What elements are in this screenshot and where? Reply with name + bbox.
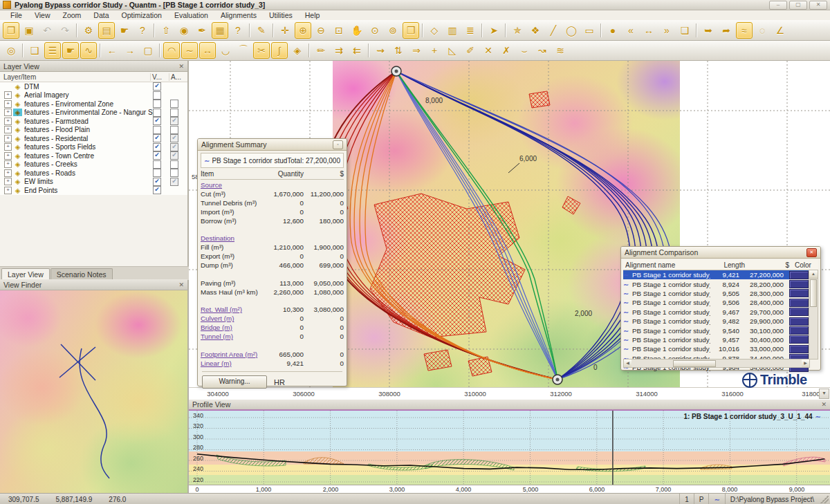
col-active[interactable]: A...: [169, 73, 187, 81]
expand-icon[interactable]: +: [4, 126, 12, 133]
seed-alignment[interactable]: ✒: [194, 22, 210, 39]
col-alignment-name[interactable]: Alignment name: [623, 261, 716, 269]
fit-span[interactable]: ↔: [199, 42, 216, 59]
layer-row[interactable]: + ◈ features - Sports Fields: [0, 143, 187, 152]
cost-chart[interactable]: ◠: [163, 42, 180, 59]
add-line[interactable]: ╱: [545, 22, 562, 39]
pan-tool[interactable]: ✋: [349, 22, 365, 39]
fence-tool[interactable]: ◌: [754, 22, 771, 39]
send-view[interactable]: ◉: [176, 22, 192, 39]
add-region[interactable]: ▭: [581, 22, 598, 39]
active-checkbox[interactable]: [170, 100, 178, 108]
split-alignment[interactable]: ✂: [253, 42, 270, 59]
redo[interactable]: ↷: [57, 22, 73, 39]
visible-checkbox[interactable]: [153, 109, 161, 117]
summary-item-label[interactable]: Destination: [201, 234, 261, 242]
surface-3d[interactable]: ◈: [289, 42, 306, 59]
comparison-row[interactable]: ∼ PB Stage 1 corridor study_3_U_1_44 9,4…: [623, 270, 809, 279]
water-level[interactable]: ⌣: [516, 42, 533, 59]
sketch-tool[interactable]: ✎: [253, 22, 270, 39]
expand-icon[interactable]: +: [4, 135, 12, 142]
scroll-thumb[interactable]: [810, 279, 817, 307]
add-waypoint[interactable]: ❖: [527, 22, 544, 39]
edit-alignment[interactable]: ☛: [62, 42, 79, 59]
visible-checkbox[interactable]: [153, 91, 161, 100]
expand-icon[interactable]: +: [4, 118, 12, 125]
menu-item[interactable]: Utilities: [263, 11, 299, 20]
zoom-window[interactable]: ⊡: [331, 22, 347, 39]
next-alignment[interactable]: →: [122, 42, 138, 59]
mass-haul-chart[interactable]: ◡: [217, 42, 234, 59]
active-checkbox[interactable]: [170, 109, 178, 117]
record-view[interactable]: ◎: [3, 42, 19, 59]
layer-row[interactable]: + ◈ Aerial Imagery: [0, 91, 187, 100]
layer-row[interactable]: + ◈ End Points: [0, 186, 187, 195]
summary-item-label[interactable]: Ret. Wall (m²): [201, 306, 261, 313]
menu-item[interactable]: Alignments: [214, 11, 263, 20]
zoom-extents[interactable]: ✛: [277, 22, 293, 39]
straighten[interactable]: ⇒: [408, 42, 425, 59]
print-report[interactable]: ☰: [44, 42, 61, 59]
summary-item-label[interactable]: Source: [201, 181, 261, 189]
close-button[interactable]: ✕: [809, 1, 827, 10]
scenario-settings[interactable]: ⚙: [80, 22, 97, 39]
comparison-row[interactable]: ∼ PB Stage 1 corridor study_3_U_1_45 9,5…: [623, 326, 809, 335]
vertical-scrollbar[interactable]: ▲: [809, 270, 818, 360]
copy-profile[interactable]: ❑: [26, 42, 43, 59]
shift-horizontal[interactable]: ⇝: [372, 42, 389, 59]
view-finder-map[interactable]: [0, 290, 187, 493]
summary-title-bar[interactable]: Alignment Summary ▫: [198, 139, 347, 151]
visible-checkbox[interactable]: [153, 82, 161, 91]
profile-sheet[interactable]: ∿: [80, 42, 97, 59]
grade-edit[interactable]: ✐: [462, 42, 479, 59]
warning-button[interactable]: Warning...: [202, 375, 267, 389]
comparison-row[interactable]: ∼ PB Stage 1 corridor study_3_U_1_40 10,…: [623, 344, 809, 353]
move-node[interactable]: +: [426, 42, 443, 59]
plan-window[interactable]: ❒: [403, 22, 419, 39]
menu-item[interactable]: File: [4, 11, 28, 20]
dock-tab[interactable]: Layer View: [1, 268, 50, 280]
lock-tool[interactable]: ●: [605, 22, 621, 39]
summary-item-label[interactable]: Mass Haul (m³ km): [201, 288, 261, 296]
dock-tab[interactable]: Scenario Notes: [50, 268, 113, 280]
expand-icon[interactable]: +: [4, 160, 12, 168]
expand-icon[interactable]: +: [4, 187, 12, 194]
imagery-toggle[interactable]: ▥: [444, 22, 461, 39]
visible-checkbox[interactable]: [153, 100, 161, 108]
new-sheet[interactable]: ❏: [676, 22, 693, 39]
grid-toggle[interactable]: ▦: [212, 22, 228, 39]
visible-checkbox[interactable]: [153, 160, 161, 169]
menu-item[interactable]: Data: [87, 11, 115, 20]
active-checkbox[interactable]: [170, 178, 178, 186]
col-layer-item[interactable]: Layer/Item: [0, 73, 151, 81]
scroll-thumb[interactable]: [673, 360, 716, 367]
comparison-row[interactable]: ∼ PB Stage 1 corridor study_3_U_1_48 9,5…: [623, 298, 809, 307]
measure-tool[interactable]: ∠: [772, 22, 788, 39]
col-length[interactable]: Length: [716, 261, 745, 269]
col-color[interactable]: Color: [789, 261, 818, 269]
summary-item-label[interactable]: Tunnel (m): [201, 333, 261, 340]
expand-icon[interactable]: +: [4, 169, 12, 177]
data-input[interactable]: ☛: [116, 22, 133, 39]
open-project[interactable]: ❐: [3, 22, 19, 39]
expand-icon[interactable]: +: [4, 143, 12, 151]
add-circle[interactable]: ◯: [563, 22, 580, 39]
minimize-button[interactable]: –: [769, 1, 787, 10]
scroll-left-icon[interactable]: ◀: [624, 360, 631, 367]
select-cursor[interactable]: ➤: [486, 22, 502, 39]
menu-item[interactable]: Zoom: [57, 11, 88, 20]
expand-icon[interactable]: +: [4, 109, 12, 116]
save-scenario[interactable]: ▣: [21, 22, 37, 39]
zoom-selection[interactable]: ⊚: [385, 22, 401, 39]
summary-item-label[interactable]: Dump (m³): [201, 261, 261, 269]
alignment-wave-icon[interactable]: ∼: [708, 494, 724, 504]
comparison-row[interactable]: ∼ PB Stage 1 corridor study_3_U_1_49 9,5…: [623, 289, 809, 298]
nudge-right[interactable]: »: [658, 22, 675, 39]
shift-vertical[interactable]: ⇅: [390, 42, 407, 59]
summary-item-label[interactable]: Linear (m): [201, 360, 261, 367]
visible-checkbox[interactable]: [153, 134, 161, 142]
layer-row[interactable]: + ◈ features - Town Centre: [0, 151, 187, 160]
previous-alignment[interactable]: ←: [104, 42, 120, 59]
close-icon[interactable]: ✕: [821, 401, 827, 408]
menu-item[interactable]: Help: [299, 11, 326, 20]
